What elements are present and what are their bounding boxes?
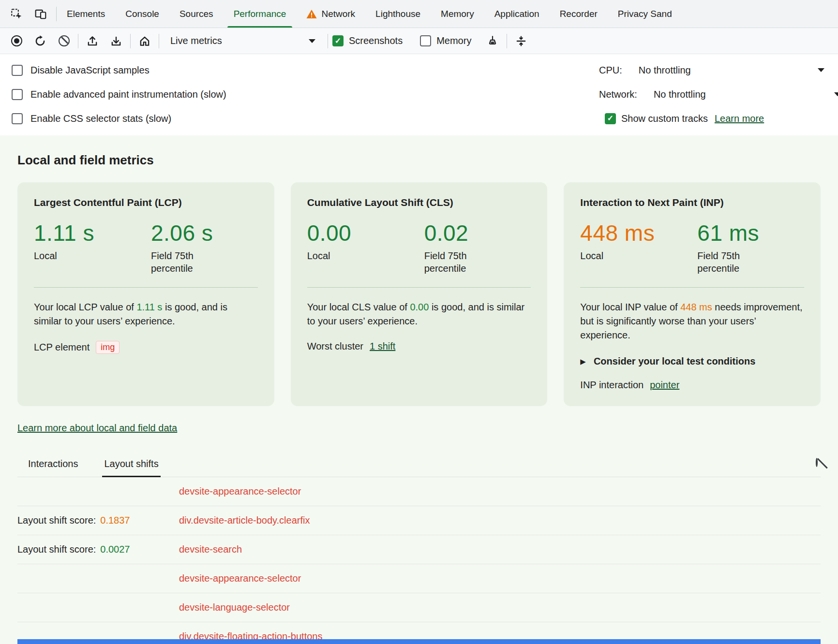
table-row: devsite-appearance-selector	[17, 564, 821, 593]
divider	[507, 34, 507, 48]
load-profile-icon[interactable]	[83, 31, 102, 51]
worst-cluster-label: Worst cluster	[307, 341, 363, 352]
tab-label: Application	[494, 9, 539, 19]
tab-label: Layout shifts	[104, 458, 158, 469]
show-custom-tracks-checkbox[interactable]: ✓ Show custom tracks	[605, 113, 708, 124]
collapse-to-line-icon[interactable]	[511, 31, 531, 51]
learn-more-link[interactable]: Learn more	[715, 113, 764, 124]
clear-log-icon[interactable]	[816, 459, 818, 466]
tab-label: Elements	[67, 9, 105, 19]
cls-card-title: Cumulative Layout Shift (CLS)	[307, 197, 531, 208]
tab-memory[interactable]: Memory	[431, 0, 484, 28]
cpu-label: CPU:	[599, 65, 622, 76]
inp-field-value: 61 ms	[697, 220, 759, 246]
reload-and-record-icon[interactable]	[30, 31, 50, 51]
local-test-conditions-disclosure[interactable]: ▶ Consider your local test conditions	[580, 356, 804, 367]
gc-brush-icon[interactable]	[483, 31, 502, 51]
view-mode-value: Live metrics	[170, 35, 222, 46]
record-icon[interactable]	[7, 31, 26, 51]
tab-performance[interactable]: Performance	[224, 0, 297, 28]
inp-description: Your local INP value of 448 ms needs imp…	[580, 300, 804, 342]
lcp-card-title: Largest Contentful Paint (LCP)	[34, 197, 258, 208]
cls-card: Cumulative Layout Shift (CLS) 0.00 Local…	[291, 182, 548, 406]
live-metrics-view: Local and field metrics Largest Contentf…	[0, 135, 838, 644]
divider	[34, 287, 258, 288]
save-profile-icon[interactable]	[106, 31, 126, 51]
metric-cards: Largest Contentful Paint (LCP) 1.11 s Lo…	[17, 182, 821, 406]
tab-label: Privacy Sand	[618, 9, 672, 19]
show-custom-tracks-label: Show custom tracks	[621, 113, 708, 124]
devtools-window: Elements Console Sources Performance Net…	[0, 0, 838, 644]
checkbox-unchecked-icon	[12, 89, 23, 100]
device-toolbar-icon[interactable]	[31, 4, 50, 24]
screenshots-label: Screenshots	[349, 35, 403, 46]
cpu-throttling-select[interactable]: CPU: No throttling	[599, 58, 824, 82]
checkbox-unchecked-icon	[12, 65, 23, 76]
shift-score-label: Layout shift score:	[17, 515, 96, 526]
tab-recorder[interactable]: Recorder	[550, 0, 608, 28]
inp-local-value: 448 ms	[580, 220, 697, 246]
shift-node-link[interactable]: devsite-appearance-selector	[179, 573, 301, 584]
page-screenshot-strip	[17, 639, 821, 644]
lcp-element-node-link[interactable]: img	[96, 341, 120, 354]
divider	[580, 287, 804, 288]
lcp-element-label: LCP element	[34, 342, 90, 353]
tab-elements[interactable]: Elements	[57, 0, 115, 28]
tab-label: Sources	[180, 9, 213, 19]
lcp-description: Your local LCP value of 1.11 s is good, …	[34, 300, 258, 328]
network-throttling-select[interactable]: Network: No throttling	[599, 82, 838, 106]
tab-sources[interactable]: Sources	[169, 0, 224, 28]
tab-application[interactable]: Application	[484, 0, 550, 28]
tab-interactions[interactable]: Interactions	[26, 458, 80, 477]
tab-label: Lighthouse	[375, 9, 420, 19]
lcp-field-label: Field 75th percentile	[151, 249, 211, 275]
layout-shifts-table: devsite-appearance-selector Layout shift…	[17, 477, 821, 644]
tab-privacy-sandbox[interactable]: Privacy Sand	[608, 0, 682, 28]
learn-more-field-data-link[interactable]: Learn more about local and field data	[17, 423, 177, 434]
network-value: No throttling	[654, 89, 706, 100]
cpu-value: No throttling	[639, 65, 691, 76]
tab-lighthouse[interactable]: Lighthouse	[365, 0, 431, 28]
shift-node-link[interactable]: devsite-search	[179, 544, 242, 555]
cls-field-value: 0.02	[424, 220, 485, 246]
view-mode-select[interactable]: Live metrics	[164, 31, 323, 51]
tab-network[interactable]: Network	[296, 0, 365, 28]
cls-local-value: 0.00	[307, 220, 424, 246]
inp-interaction-link[interactable]: pointer	[650, 380, 679, 391]
divider	[78, 34, 78, 48]
divider	[307, 287, 531, 288]
setting-label: Enable advanced paint instrumentation (s…	[30, 89, 226, 100]
panel-tabs: Elements Console Sources Performance Net…	[57, 0, 838, 28]
warning-icon	[306, 9, 317, 19]
inp-card: Interaction to Next Paint (INP) 448 ms L…	[564, 182, 821, 406]
table-row: devsite-language-selector	[17, 593, 821, 622]
network-label: Network:	[599, 89, 637, 100]
tab-label: Interactions	[28, 458, 78, 469]
memory-label: Memory	[436, 35, 471, 46]
worst-cluster-link[interactable]: 1 shift	[370, 341, 395, 352]
tab-layout-shifts[interactable]: Layout shifts	[102, 458, 160, 477]
disclosure-triangle-icon: ▶	[580, 357, 586, 366]
inp-interaction-label: INP interaction	[580, 380, 643, 391]
chevron-down-icon	[309, 39, 315, 43]
chevron-down-icon	[834, 92, 838, 96]
home-icon[interactable]	[135, 31, 154, 51]
tabbar-icons	[0, 4, 56, 24]
divider	[130, 34, 131, 48]
shift-node-link[interactable]: devsite-language-selector	[179, 602, 290, 613]
inspect-element-icon[interactable]	[7, 4, 26, 24]
table-row: Layout shift score: 0.0027 devsite-searc…	[17, 535, 821, 564]
disclosure-label: Consider your local test conditions	[594, 356, 756, 367]
setting-label: Enable CSS selector stats (slow)	[30, 113, 171, 124]
clear-recordings-icon[interactable]	[54, 31, 74, 51]
lcp-card: Largest Contentful Paint (LCP) 1.11 s Lo…	[17, 182, 274, 406]
shift-node-link[interactable]: devsite-appearance-selector	[179, 486, 301, 497]
memory-checkbox[interactable]: Memory	[420, 35, 471, 46]
tab-console[interactable]: Console	[115, 0, 169, 28]
shift-node-link[interactable]: div.devsite-article-body.clearfix	[179, 515, 310, 526]
cls-description: Your local CLS value of 0.00 is good, an…	[307, 300, 531, 328]
chevron-down-icon	[818, 68, 824, 72]
lcp-local-label: Local	[34, 249, 151, 262]
screenshots-checkbox[interactable]: ✓ Screenshots	[332, 35, 403, 46]
check-icon: ✓	[607, 115, 614, 122]
